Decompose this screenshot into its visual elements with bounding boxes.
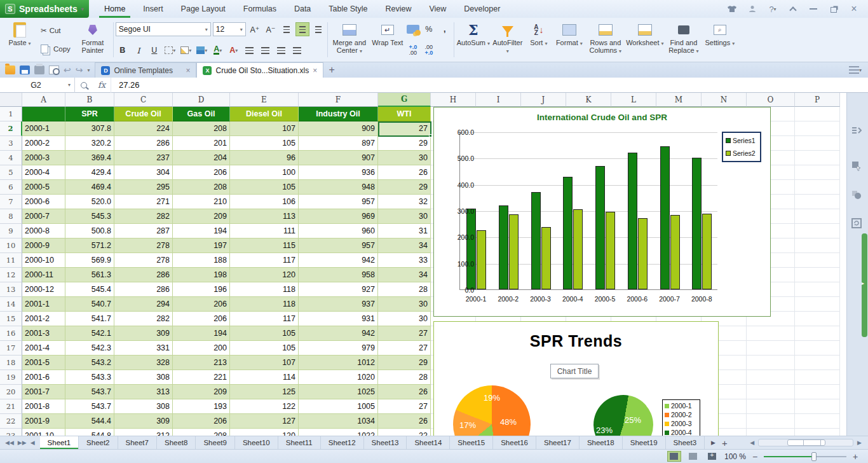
cell[interactable]: 429.4 [65, 165, 114, 180]
bar-series2[interactable] [541, 227, 551, 289]
close-icon[interactable]: × [845, 3, 863, 15]
cell[interactable] [795, 356, 840, 370]
column-header-M[interactable]: M [656, 93, 702, 107]
cell[interactable]: 117 [230, 312, 299, 326]
cell[interactable]: 927 [299, 282, 378, 297]
format-button[interactable]: Format ▾ [553, 20, 586, 60]
borders-button[interactable]: ▾ [163, 43, 177, 57]
cell[interactable]: 96 [230, 151, 299, 165]
align-top-icon[interactable] [280, 22, 294, 36]
cell[interactable]: 209 [173, 385, 230, 399]
sheet-tab-sheet11[interactable]: Sheet11 [278, 436, 321, 449]
cell[interactable]: 571.2 [65, 238, 114, 253]
cell[interactable]: 194 [173, 326, 230, 341]
menu-tab-review[interactable]: Review [376, 0, 420, 18]
minimize-icon[interactable] [804, 3, 822, 15]
cell[interactable]: 237 [114, 151, 173, 165]
cell[interactable] [747, 326, 795, 341]
table-header-cell[interactable]: Gas Oil [173, 107, 230, 121]
horizontal-scrollbar-track[interactable] [758, 439, 853, 446]
decrease-decimal-button[interactable]: .00+.0 [422, 43, 436, 57]
sheet-tab-sheet9[interactable]: Sheet9 [196, 436, 234, 449]
cell[interactable] [795, 297, 840, 312]
cell[interactable]: 937 [299, 297, 378, 312]
cell[interactable] [795, 209, 840, 224]
sheet-tab-sheet14[interactable]: Sheet14 [407, 436, 450, 449]
cell[interactable]: 197 [173, 238, 230, 253]
cell[interactable]: 125 [230, 385, 299, 399]
print-icon[interactable] [34, 66, 44, 74]
cell[interactable] [795, 385, 840, 399]
row-header-22[interactable]: 22 [0, 414, 22, 429]
underline-button[interactable]: U [147, 43, 161, 57]
row-header-15[interactable]: 15 [0, 312, 22, 326]
cell[interactable] [795, 165, 840, 180]
cell[interactable]: 2001-3 [22, 326, 65, 341]
cell[interactable] [795, 195, 840, 209]
table-header-cell[interactable]: Crude Oil [114, 107, 173, 121]
scroll-right-icon[interactable]: ▶ [857, 439, 862, 446]
cell[interactable]: 2001-6 [22, 370, 65, 385]
cell[interactable]: 30 [378, 151, 431, 165]
cell[interactable]: 105 [230, 341, 299, 356]
cell[interactable]: 2001-1 [22, 297, 65, 312]
cell[interactable]: 107 [230, 356, 299, 370]
cell[interactable] [795, 253, 840, 268]
zoom-out-button[interactable]: − [751, 452, 759, 462]
task-window-icon[interactable] [850, 125, 863, 137]
sheet-tab-sheet3[interactable]: Sheet3 [666, 436, 705, 449]
cell[interactable]: 27 [378, 341, 431, 356]
cell[interactable]: 105 [230, 136, 299, 151]
cell[interactable]: 1022 [299, 429, 378, 436]
bar-series2[interactable] [702, 214, 712, 289]
row-header-14[interactable]: 14 [0, 297, 22, 312]
new-document-tab-button[interactable]: + [323, 62, 340, 78]
column-header-O[interactable]: O [747, 93, 795, 107]
bar-series2[interactable] [509, 214, 519, 289]
cell[interactable]: 2000-12 [22, 282, 65, 297]
cell[interactable]: 2001-5 [22, 356, 65, 370]
row-header-21[interactable]: 21 [0, 399, 22, 414]
cell[interactable]: 2000-8 [22, 224, 65, 238]
pie-chart[interactable]: SPR Trends Chart Title 48%17%19%25%23% 2… [433, 321, 719, 436]
fill-handle[interactable] [429, 134, 432, 137]
save-icon[interactable] [20, 66, 30, 74]
cell[interactable]: 320.2 [65, 136, 114, 151]
menu-tab-insert[interactable]: Insert [134, 0, 172, 18]
close-tab-icon[interactable]: × [186, 66, 190, 75]
next-sheet-icon[interactable]: ▶ [711, 439, 715, 446]
cell[interactable]: 118 [230, 297, 299, 312]
table-header-cell[interactable]: Industry Oil [299, 107, 378, 121]
sheet-tab-sheet17[interactable]: Sheet17 [536, 436, 580, 449]
cell[interactable]: 543.7 [65, 385, 114, 399]
cell[interactable] [795, 399, 840, 414]
cell[interactable]: 328 [114, 356, 173, 370]
cell[interactable]: 545.4 [65, 282, 114, 297]
worksheet-button[interactable]: Worksheet ▾ [625, 20, 665, 60]
cell[interactable]: 194 [173, 224, 230, 238]
column-header-I[interactable]: I [476, 93, 521, 107]
row-header-18[interactable]: 18 [0, 356, 22, 370]
cell[interactable]: 897 [299, 136, 378, 151]
cell[interactable]: 2000-11 [22, 268, 65, 282]
cell[interactable]: 30 [378, 297, 431, 312]
bar-chart[interactable]: International Crude Oil and SPR Series1S… [433, 107, 771, 317]
cell[interactable] [747, 429, 795, 436]
cell[interactable]: 942 [299, 326, 378, 341]
cell[interactable]: 543.3 [65, 370, 114, 385]
cell[interactable]: 208 [173, 121, 230, 136]
document-tab-2[interactable]: XCrude Oil Sto...Situation.xls× [196, 62, 323, 78]
row-header-17[interactable]: 17 [0, 341, 22, 356]
restore-icon[interactable] [825, 3, 843, 15]
undo-icon[interactable]: ↩ [64, 65, 71, 75]
cell[interactable]: 221 [173, 370, 230, 385]
formula-input[interactable]: 27.26 [111, 78, 868, 93]
bar-series1[interactable] [660, 146, 670, 289]
cell[interactable]: 1005 [299, 399, 378, 414]
row-header-16[interactable]: 16 [0, 326, 22, 341]
cell[interactable]: 206 [173, 414, 230, 429]
cell[interactable]: 206 [173, 297, 230, 312]
bar-series2[interactable] [606, 212, 615, 289]
column-header-H[interactable]: H [431, 93, 476, 107]
row-header-11[interactable]: 11 [0, 253, 22, 268]
